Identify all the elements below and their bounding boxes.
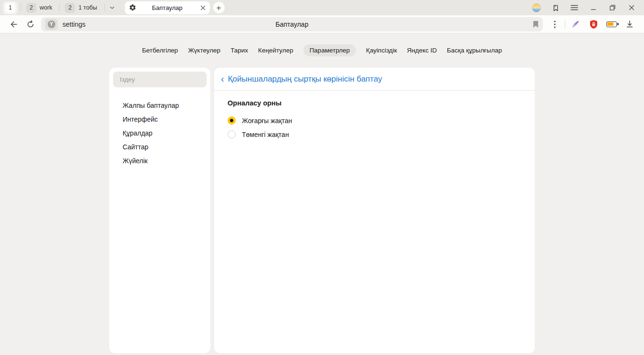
close-tab-icon[interactable] <box>200 5 206 11</box>
active-tab-settings[interactable]: Баптаулар <box>125 1 210 14</box>
radio-option-top[interactable]: Жоғарғы жақтан <box>228 114 521 127</box>
page-title: Баптаулар <box>41 21 543 28</box>
settings-page: Бетбелгілер Жүктеулер Тарих Кеңейтулер П… <box>0 34 644 355</box>
refresh-icon[interactable] <box>22 17 39 31</box>
radio-button[interactable] <box>228 116 236 125</box>
tab-extensions[interactable]: Кеңейтулер <box>258 44 293 56</box>
tab-group-label: work <box>40 4 54 11</box>
downloads-icon[interactable] <box>621 17 639 31</box>
back-icon[interactable] <box>5 17 22 31</box>
new-tab-button[interactable]: + <box>213 2 225 13</box>
tab-bar: 1 2 work 2 1 тобы Баптаулар + <box>0 0 644 15</box>
yandex-logo-icon: Y <box>48 21 55 28</box>
tab-title: Баптаулар <box>125 4 210 11</box>
toolbar-separator <box>565 20 565 29</box>
panel-title: Қойыншалардың сыртқы көрінісін баптау <box>228 74 382 84</box>
address-bar[interactable]: Y settings Баптаулар <box>41 17 543 31</box>
tab-group-separator <box>59 4 60 11</box>
battery-body <box>606 21 617 27</box>
section-heading: Орналасу орны <box>228 99 521 107</box>
sidebar-list: Жалпы баптаулар Интерфейс Құралдар Сайтт… <box>113 98 207 167</box>
tab-other-devices[interactable]: Басқа құрылғылар <box>447 44 502 56</box>
protect-shield-icon[interactable] <box>584 17 602 31</box>
tab-group-separator <box>21 4 21 11</box>
tab-bookmarks[interactable]: Бетбелгілер <box>142 44 178 56</box>
back-chevron-icon[interactable]: ‹ <box>221 74 228 84</box>
radio-button[interactable] <box>228 130 236 138</box>
settings-main-panel: ‹ Қойыншалардың сыртқы көрінісін баптау … <box>214 68 535 353</box>
radio-label: Төменгі жақтан <box>242 131 289 138</box>
tab-group-1[interactable]: 1 <box>3 1 18 14</box>
sidebar-item-interface[interactable]: Интерфейс <box>113 112 207 126</box>
tab-settings[interactable]: Параметрлер <box>303 44 356 56</box>
tab-group-count-badge: 1 <box>5 3 15 13</box>
radio-dot <box>230 119 233 122</box>
tab-group-count-badge: 2 <box>65 3 75 13</box>
tab-group-count-badge: 2 <box>26 3 36 13</box>
radio-option-bottom[interactable]: Төменгі жақтан <box>228 127 521 141</box>
profile-avatar[interactable] <box>527 0 546 15</box>
tab-history[interactable]: Тарих <box>230 44 248 56</box>
battery-icon[interactable] <box>602 17 621 31</box>
tab-downloads[interactable]: Жүктеулер <box>188 44 220 56</box>
plus-icon: + <box>217 4 221 12</box>
tab-security[interactable]: Қауіпсіздік <box>366 44 397 56</box>
battery-level <box>607 22 613 26</box>
sidebar-item-tools[interactable]: Құралдар <box>113 126 207 140</box>
panel-header: ‹ Қойыншалардың сыртқы көрінісін баптау <box>214 68 535 91</box>
sidebar-item-system[interactable]: Жүйелік <box>113 154 207 167</box>
tab-yandex-id[interactable]: Яндекс ID <box>407 44 437 56</box>
sidebar-item-sites[interactable]: Сайттар <box>113 140 207 154</box>
search-input[interactable] <box>113 72 207 87</box>
avatar <box>532 3 541 12</box>
site-badge[interactable]: Y <box>45 19 58 30</box>
sidebar-item-general[interactable]: Жалпы баптаулар <box>113 98 207 112</box>
settings-nav-tabs: Бетбелгілер Жүктеулер Тарих Кеңейтулер П… <box>0 44 644 56</box>
settings-content: Жалпы баптаулар Интерфейс Құралдар Сайтт… <box>0 68 644 353</box>
settings-sidebar: Жалпы баптаулар Интерфейс Құралдар Сайтт… <box>109 68 210 353</box>
tab-groups-dropdown[interactable] <box>109 4 115 11</box>
radio-label: Жоғарғы жақтан <box>242 117 292 125</box>
gear-icon <box>129 4 136 11</box>
close-window-icon[interactable] <box>622 0 641 15</box>
more-options-icon[interactable] <box>546 17 564 31</box>
minimize-window-icon[interactable] <box>584 0 603 15</box>
chevron-down-icon <box>109 4 115 11</box>
tab-group-work[interactable]: 2 work <box>24 1 56 14</box>
browser-toolbar: Y settings Баптаулар <box>0 15 644 33</box>
url-text: settings <box>62 21 85 28</box>
bookmark-icon[interactable] <box>532 21 539 28</box>
restore-window-icon[interactable] <box>603 0 622 15</box>
hamburger-menu-icon[interactable] <box>565 0 584 15</box>
side-panel-icon[interactable] <box>546 0 565 15</box>
panel-body: Орналасу орны Жоғарғы жақтан Төменгі жақ… <box>214 91 535 150</box>
tab-group-label: 1 тобы <box>78 4 99 11</box>
extension-feather-icon[interactable] <box>566 17 584 31</box>
tab-group-separator <box>104 4 105 11</box>
tab-group-1-toby[interactable]: 2 1 тобы <box>62 1 101 14</box>
